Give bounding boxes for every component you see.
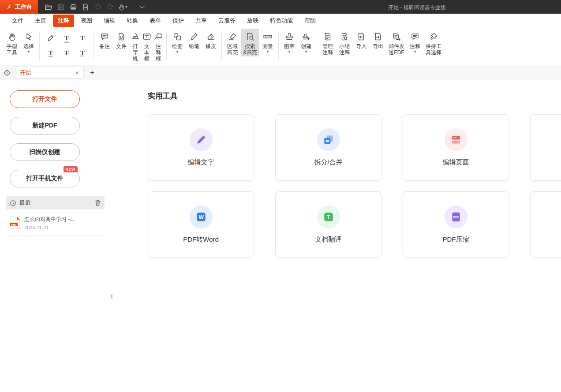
- menu-protect[interactable]: 保护: [168, 15, 189, 27]
- select-tool-button[interactable]: 选择 ▾: [20, 29, 37, 55]
- pdf-file-icon: PDF: [10, 217, 20, 229]
- tool-card-partial[interactable]: [530, 191, 561, 258]
- menu-home[interactable]: 主页: [30, 15, 51, 27]
- stamp-button[interactable]: 图章 ▾: [281, 29, 298, 55]
- menu-cloud[interactable]: 云服务: [213, 15, 240, 27]
- summarize-comments-button[interactable]: 小结 注释: [336, 29, 353, 56]
- hand-tool-button[interactable]: 手型 工具: [4, 29, 20, 56]
- export-comments-button[interactable]: 导出: [370, 29, 386, 50]
- pencil-button[interactable]: 铅笔: [186, 29, 202, 50]
- note-button[interactable]: 备注: [96, 29, 113, 50]
- tool-card-edit-pages[interactable]: 编辑页面: [403, 114, 509, 181]
- tab-home[interactable]: 开始 ×: [15, 67, 84, 78]
- redo-icon[interactable]: [104, 1, 116, 13]
- open-file-button[interactable]: 打开文件: [10, 90, 80, 108]
- tool-card-partial[interactable]: [530, 114, 561, 181]
- workspace-button[interactable]: 工作台: [0, 0, 38, 14]
- area-highlight-button[interactable]: 区域 高亮: [224, 29, 241, 56]
- drawing-caret-icon: ▾: [176, 50, 178, 54]
- customize-toolbar-icon[interactable]: [136, 1, 148, 13]
- typewriter-text-icon[interactable]: T: [77, 33, 88, 43]
- export-icon[interactable]: [79, 1, 92, 13]
- manage-comments-button[interactable]: 管理 注释: [319, 29, 336, 56]
- svg-text:W: W: [198, 214, 204, 220]
- ribbon-group-manage: 管理 注释 小结 注释 导入 导出 邮件发 送FDF: [319, 29, 444, 63]
- file-attachment-button[interactable]: 文件: [113, 29, 130, 50]
- tool-card-edit-text[interactable]: 编辑文字: [148, 114, 254, 181]
- menu-present[interactable]: 放映: [242, 15, 263, 27]
- tool-card-split-merge[interactable]: 拆分/合并: [275, 114, 381, 181]
- search-highlight-button[interactable]: 搜索 &高亮: [241, 29, 259, 56]
- menu-file[interactable]: 文件: [7, 15, 28, 27]
- content: 打开文件 新建PDF 扫描仪创建 打开手机文件 NEW 最近: [0, 80, 561, 392]
- window-title: 开始 - 福昕阅读器专业版: [388, 4, 446, 11]
- sidebar-splitter-handle[interactable]: ‖: [110, 294, 113, 299]
- email-fdf-icon: [392, 31, 401, 42]
- email-fdf-button[interactable]: 邮件发 送FDF: [386, 29, 407, 56]
- workspace-label: 工作台: [15, 3, 32, 11]
- note-icon: [100, 31, 109, 42]
- save-icon[interactable]: [55, 1, 67, 13]
- tool-card-pdf-to-word[interactable]: W PDF转Word: [148, 191, 254, 258]
- menu-features[interactable]: 特色功能: [265, 15, 298, 27]
- squiggly-underline-icon[interactable]: T: [61, 33, 72, 43]
- create-caret-icon: ▾: [305, 50, 307, 54]
- export-comments-icon: [374, 31, 382, 42]
- stamp-icon: [285, 31, 294, 42]
- new-pdf-button[interactable]: 新建PDF: [10, 117, 80, 134]
- ribbon-separator: [94, 32, 94, 60]
- clear-recent-icon[interactable]: [94, 199, 101, 206]
- textbox-button[interactable]: 文 本 框: [141, 29, 153, 63]
- hand-tool-quick-icon[interactable]: ▾: [116, 1, 129, 13]
- menu-share[interactable]: 共享: [191, 15, 212, 27]
- new-badge: NEW: [64, 166, 78, 172]
- read-mode-icon[interactable]: [3, 69, 11, 77]
- ribbon-separator: [317, 32, 317, 60]
- menu-comment[interactable]: 注释: [53, 15, 74, 27]
- replace-text-icon[interactable]: T: [77, 48, 88, 58]
- tool-card-doc-translate[interactable]: T 文档翻译: [275, 191, 381, 258]
- tab-close-icon[interactable]: ×: [75, 69, 79, 76]
- measure-button[interactable]: 测量 ▾: [259, 29, 276, 55]
- menu-convert[interactable]: 转换: [122, 15, 143, 27]
- open-file-icon[interactable]: [42, 1, 55, 13]
- clock-icon: [10, 200, 16, 206]
- comment-bubble-icon: [411, 31, 419, 42]
- search-highlight-icon: [246, 31, 254, 42]
- attachment-icon: [117, 31, 125, 42]
- tool-card-pdf-compress[interactable]: PDF PDF压缩: [403, 191, 509, 258]
- open-mobile-file-button[interactable]: 打开手机文件 NEW: [10, 170, 80, 187]
- titlebar: 工作台 ▾ 开始 - 福昕阅读器专业版: [0, 0, 561, 14]
- eraser-button[interactable]: 橡皮: [202, 29, 219, 50]
- menu-view[interactable]: 视图: [76, 15, 97, 27]
- undo-icon[interactable]: [92, 1, 104, 13]
- print-icon[interactable]: [67, 1, 79, 13]
- import-icon: [357, 31, 365, 42]
- scanner-create-button[interactable]: 扫描仪创建: [10, 143, 80, 161]
- import-comments-button[interactable]: 导入: [353, 29, 370, 50]
- underline-text-icon[interactable]: T: [45, 48, 56, 58]
- recent-file-item[interactable]: PDF 怎么面对高中学习 -... 2024-11-21: [6, 215, 105, 236]
- pencil-icon: [190, 31, 198, 42]
- callout-button[interactable]: 注 释 框: [153, 29, 164, 63]
- new-tab-button[interactable]: +: [90, 68, 94, 77]
- menu-edit[interactable]: 编辑: [99, 15, 120, 27]
- quick-access-toolbar: ▾: [42, 1, 148, 13]
- keep-tool-selected-button[interactable]: 保持工 具选择: [423, 29, 444, 56]
- drawing-button[interactable]: 绘图 ▾: [169, 29, 186, 55]
- highlight-text-icon[interactable]: [45, 33, 56, 43]
- ribbon-group-draw: 绘图 ▾ 铅笔 橡皮: [169, 29, 219, 63]
- menu-form[interactable]: 表单: [145, 15, 166, 27]
- ribbon-separator: [221, 32, 222, 60]
- create-stamp-button[interactable]: 创建 ▾: [298, 29, 314, 55]
- tools-section-title: 实用工具: [148, 91, 561, 101]
- svg-text:T: T: [327, 214, 330, 220]
- typewriter-button[interactable]: 打 字 机: [130, 29, 141, 63]
- ribbon-group-notes: 备注 文件 打 字 机 文 本 框 注 释 框: [96, 29, 164, 63]
- strikeout-text-icon[interactable]: T: [61, 48, 72, 58]
- comments-button[interactable]: 注释 ▾: [407, 29, 423, 55]
- select-caret-icon: ▾: [28, 50, 30, 54]
- menu-help[interactable]: 帮助: [299, 15, 321, 27]
- area-highlight-icon: [228, 31, 237, 42]
- pdf-to-word-icon: W: [190, 205, 213, 228]
